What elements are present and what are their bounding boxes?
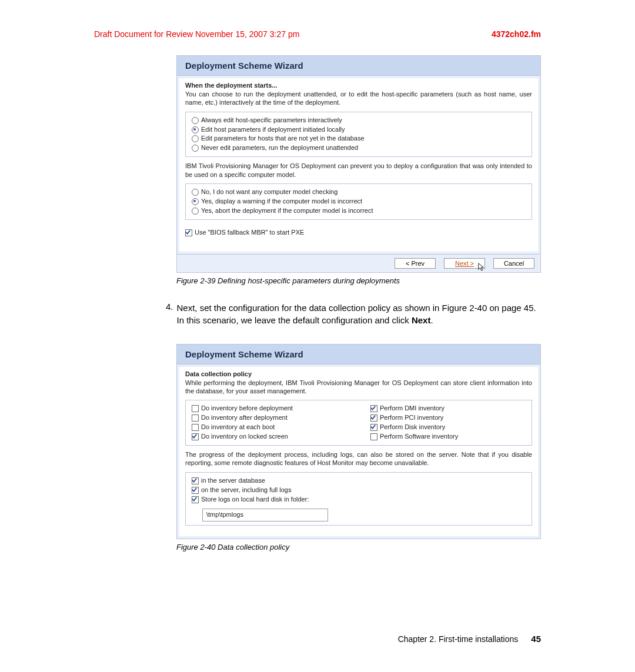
checkbox-label: on the server, including full logs [201,486,291,495]
checkbox-label: Perform DMI inventory [380,404,444,413]
wizard2-heading: Data collection policy [185,370,532,377]
checkbox-inv-boot[interactable] [192,424,199,431]
radio-warn-modelcheck[interactable] [192,198,199,205]
checkbox-localfolder[interactable] [192,496,199,503]
checkbox-label: Do inventory on locked screen [201,432,288,442]
log-path-input[interactable]: \tmp\tpmlogs [202,509,328,521]
step-text-bold: Next [412,315,431,325]
wizard2-inventory-options: Do inventory before deployment Do invent… [185,400,532,446]
checkbox-bios-fallback[interactable] [185,229,192,236]
wizard-title: Deployment Scheme Wizard [177,345,540,365]
checkbox-label: in the server database [201,476,265,486]
checkbox-disk[interactable] [370,424,377,431]
checkbox-pci[interactable] [370,414,377,422]
radio-edit-local[interactable] [192,126,199,133]
cursor-icon [477,262,486,272]
checkbox-inv-locked[interactable] [192,433,199,440]
next-button-label: Next > [455,260,474,267]
wizard2-progress-text: The progress of the deployment process, … [185,450,532,467]
checkbox-serverdb[interactable] [192,477,199,484]
chapter-label: Chapter 2. First-time installations [398,634,519,644]
radio-no-modelcheck[interactable] [192,189,199,196]
wizard2-intro: While performing the deployment, IBM Tiv… [185,379,532,396]
checkbox-label: Do inventory at each boot [201,423,275,432]
wizard-panel-1: Deployment Scheme Wizard When the deploy… [176,55,541,273]
checkbox-inv-after[interactable] [192,414,199,422]
checkbox-label: Perform PCI inventory [380,413,443,423]
wizard2-store-options: in the server database on the server, in… [185,472,532,526]
cancel-button[interactable]: Cancel [493,258,534,269]
wizard1-modelcheck-text: IBM Tivoli Provisioning Manager for OS D… [185,162,532,179]
radio-label: No, I do not want any computer model che… [201,188,337,197]
radio-never-edit[interactable] [192,145,199,152]
wizard1-options2: No, I do not want any computer model che… [185,183,532,220]
radio-abort-modelcheck[interactable] [192,208,199,215]
checkbox-label: Use "BIOS fallback MBR" to start PXE [195,228,304,238]
checkbox-label: Perform Software inventory [380,432,458,442]
next-button[interactable]: Next > [444,258,485,269]
figure-caption-2: Figure 2-40 Data collection policy [176,543,541,551]
wizard-panel-2: Deployment Scheme Wizard Data collection… [176,344,541,540]
wizard1-intro: You can choose to run the deployment una… [185,90,532,107]
step-text-a: Next, set the configuration for the data… [177,303,536,325]
figure-caption-1: Figure 2-39 Defining host-specific param… [176,276,541,285]
radio-label: Edit host parameters if deployment initi… [201,125,345,135]
radio-always-edit[interactable] [192,117,199,124]
page-number: 45 [531,634,541,644]
wizard1-options1: Always edit host-specific parameters int… [185,112,532,158]
checkbox-software[interactable] [370,433,377,440]
step-number: 4. [166,302,173,326]
step-text-c: . [430,315,433,325]
checkbox-dmi[interactable] [370,405,377,412]
prev-button[interactable]: < Prev [395,258,436,269]
checkbox-fulllogs[interactable] [192,487,199,494]
checkbox-label: Store logs on local hard disk in folder: [201,495,309,504]
radio-label: Always edit host-specific parameters int… [201,116,342,125]
radio-label: Edit parameters for hosts that are not y… [201,134,365,143]
step-text: Next, set the configuration for the data… [177,302,541,326]
radio-label: Yes, abort the deployment if the compute… [201,206,373,216]
checkbox-label: Do inventory before deployment [201,404,293,413]
checkbox-label: Do inventory after deployment [201,413,288,423]
radio-label: Never edit parameters, run the deploymen… [201,143,358,153]
wizard1-heading: When the deployment starts... [185,82,532,89]
checkbox-inv-before[interactable] [192,405,199,412]
step-4: 4. Next, set the configuration for the d… [166,302,541,326]
draft-notice: Draft Document for Review November 15, 2… [94,29,299,39]
checkbox-label: Perform Disk inventory [380,423,445,432]
filename: 4372ch02.fm [492,29,541,39]
radio-edit-notindb[interactable] [192,135,199,142]
wizard-title: Deployment Scheme Wizard [177,56,540,76]
radio-label: Yes, display a warning if the computer m… [201,197,362,206]
